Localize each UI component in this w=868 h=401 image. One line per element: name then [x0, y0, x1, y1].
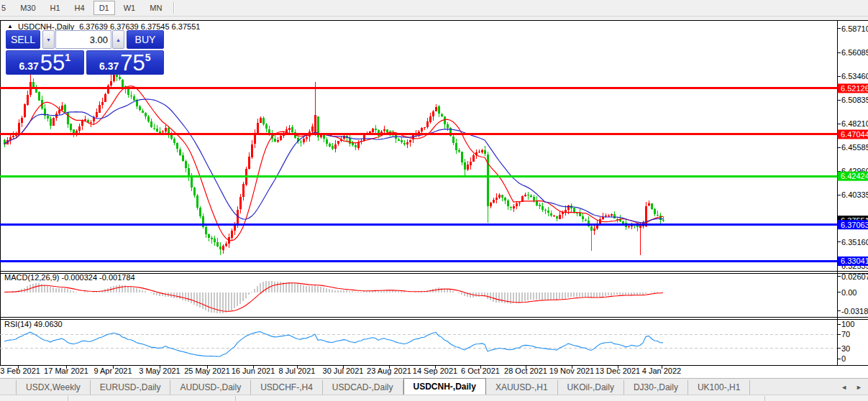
level-price-label-text: 6.37063 — [841, 221, 868, 229]
tab-scroll-right-icon[interactable]: ► — [856, 384, 862, 391]
status-bar — [0, 395, 868, 401]
macd-signal-line — [4, 283, 663, 311]
date-label: 4 Jan 2022 — [642, 367, 681, 375]
status-divider — [764, 396, 765, 401]
rsi-label: RSI(14) 49.0630 — [4, 320, 63, 328]
date-label: 19 Nov 2021 — [549, 367, 594, 375]
date-label: 6 Oct 2021 — [461, 367, 500, 375]
macd-values: -0.000324 -0.001784 — [61, 273, 134, 282]
date-label: 8 Jul 2021 — [279, 367, 316, 375]
date-label: 28 Oct 2021 — [504, 367, 547, 375]
chart-tab-usdx-weekly[interactable]: USDX,Weekly — [16, 380, 91, 395]
price-tick-label: 6.45585 — [841, 143, 868, 152]
level-price-label-text: 6.33041 — [841, 257, 868, 265]
sell-price-pip-digit: 1 — [65, 52, 70, 63]
chart-tab-ukoil-daily[interactable]: UKOil-,Daily — [558, 380, 624, 395]
buy-price-display[interactable]: 6.37 75 5 — [86, 50, 165, 75]
spin-down-icon: ▼ — [46, 37, 51, 42]
ma-slow-line — [4, 99, 663, 223]
rsi-line — [4, 332, 663, 356]
rsi-tick-label: 0 — [841, 354, 846, 363]
price-tick-label: 6.53460 — [841, 72, 868, 80]
macd-tick-label: -0.031872 — [841, 307, 868, 315]
one-click-trading-panel: SELL ▼ ▲ BUY 6.37 55 1 6.37 75 5 — [6, 30, 164, 75]
date-label: 9 Apr 2021 — [93, 367, 132, 375]
chart-tab-dj30-daily[interactable]: DJ30-,Daily — [624, 380, 688, 395]
tab-scroll-left-icon[interactable]: ◄ — [841, 384, 847, 391]
macd-tick-label: 0.02607 — [841, 272, 868, 281]
buy-price-prefix: 6.37 — [99, 60, 119, 72]
ma-fast-line — [4, 86, 663, 241]
buy-price-big-digits: 75 — [120, 52, 145, 74]
price-tick-label: 6.50835 — [841, 96, 868, 104]
rsi-tick-label: 70 — [841, 330, 850, 338]
macd-name: MACD(12,26,9) — [4, 273, 59, 282]
level-price-label-text: 6.47044 — [841, 130, 868, 139]
rsi-tick-label: 100 — [841, 320, 854, 328]
collapse-panel-icon[interactable]: ▲ — [7, 24, 13, 29]
date-label: 25 May 2021 — [184, 367, 230, 375]
date-label: 14 Sep 2021 — [413, 367, 457, 375]
chart-tab-usdcnh-daily[interactable]: USDCNH-,Daily — [403, 378, 486, 395]
level-price-label-text: 6.52126 — [841, 84, 868, 93]
sell-price-prefix: 6.37 — [19, 60, 38, 72]
price-tick-label: 6.40335 — [841, 190, 868, 199]
date-label: 13 Dec 2021 — [595, 367, 640, 375]
rsi-tick-label: 30 — [841, 344, 850, 353]
sell-price-big-digits: 55 — [40, 52, 65, 74]
price-tick-label: 6.35160 — [841, 238, 868, 246]
sell-price-display[interactable]: 6.37 55 1 — [6, 50, 84, 75]
rsi-value: 49.0630 — [34, 320, 63, 328]
chart-tab-bar: USDX,WeeklyEURUSD-,DailyAUDUSD-,DailyUSD… — [0, 378, 868, 395]
status-divider — [235, 396, 236, 401]
rsi-series — [0, 332, 838, 356]
date-label: 23 Aug 2021 — [367, 367, 411, 375]
date-label: 3 May 2021 — [139, 367, 180, 375]
price-tick-label: 6.58710 — [841, 24, 868, 33]
date-label: 17 Mar 2021 — [44, 367, 88, 375]
date-label: 30 Jul 2021 — [323, 367, 364, 375]
candlestick-series — [0, 65, 838, 261]
status-divider — [68, 396, 68, 401]
macd-tick-label: 0.00 — [841, 288, 856, 297]
chart-tab-usdchf-h4[interactable]: USDCHF-,H4 — [251, 380, 323, 395]
chart-tab-audusd-daily[interactable]: AUDUSD-,Daily — [170, 380, 251, 395]
rsi-name: RSI(14) — [4, 320, 32, 328]
chart-tab-usdcad-daily[interactable]: USDCAD-,Daily — [323, 380, 403, 395]
chart-tab-xauusd-h1[interactable]: XAUUSD-,H1 — [486, 380, 558, 395]
date-label: 23 Feb 2021 — [0, 367, 40, 375]
spin-up-icon: ▲ — [116, 37, 121, 42]
date-label: 16 Jun 2021 — [232, 367, 275, 375]
price-tick-label: 6.56085 — [841, 48, 868, 57]
mt4-terminal: 5M30H1H4D1W1MN 6.587106.560856.534606.50… — [0, 0, 868, 401]
sell-button[interactable]: SELL — [6, 30, 40, 49]
level-price-label-text: 6.42424 — [841, 172, 868, 180]
macd-series — [4, 281, 664, 313]
chart-tab-eurusd-daily[interactable]: EURUSD-,Daily — [91, 380, 171, 395]
volume-decrease-button[interactable]: ▼ — [42, 30, 55, 49]
macd-label: MACD(12,26,9) -0.000324 -0.001784 — [4, 273, 135, 282]
chart-tab-uk100-h1[interactable]: UK100-,H1 — [688, 380, 750, 395]
volume-input[interactable] — [55, 30, 111, 49]
price-tick-label: 6.48210 — [841, 119, 868, 128]
buy-price-pip-digit: 5 — [145, 52, 151, 63]
buy-button[interactable]: BUY — [127, 30, 164, 49]
volume-increase-button[interactable]: ▲ — [112, 30, 124, 49]
